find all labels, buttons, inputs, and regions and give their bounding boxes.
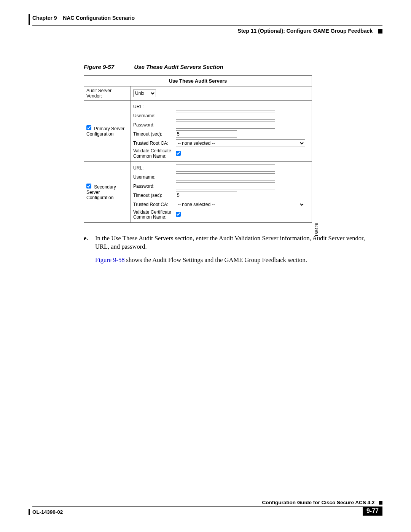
footer-square-icon	[379, 501, 382, 505]
primary-checkbox[interactable]	[86, 125, 91, 130]
body-text: e. In the Use These Audit Servers sectio…	[84, 234, 381, 264]
secondary-toggle[interactable]: Secondary Server Configuration	[86, 184, 116, 200]
figure-ref-link[interactable]: Figure 9-58	[95, 256, 124, 264]
primary-validate-checkbox[interactable]	[176, 151, 181, 156]
primary-label: Primary Server Configuration	[86, 126, 124, 137]
page-footer: Configuration Guide for Cisco Secure ACS…	[32, 500, 382, 517]
secondary-ca-select[interactable]: -- none selected --	[176, 201, 305, 208]
primary-ca-select[interactable]: -- none selected --	[176, 139, 305, 147]
vendor-select[interactable]: Unix	[133, 89, 156, 97]
figure-id-label: 158426	[315, 223, 319, 236]
primary-ca-label: Trusted Root CA:	[133, 141, 176, 146]
header-rule	[32, 25, 382, 26]
secondary-validate-checkbox[interactable]	[176, 212, 181, 217]
figure-number: Figure 9-57	[84, 64, 114, 70]
primary-row: Primary Server Configuration URL: Userna…	[84, 101, 312, 162]
primary-pass-label: Password:	[133, 122, 176, 128]
header-bar-icon	[29, 14, 30, 25]
item-e-text: In the Use These Audit Servers section, …	[95, 234, 381, 251]
vendor-label: Audit Server Vendor:	[84, 86, 131, 101]
primary-timeout-label: Timeout (sec):	[133, 131, 176, 137]
secondary-timeout-label: Timeout (sec):	[133, 193, 176, 198]
figure-caption: Figure 9-57 Use These Audit Servers Sect…	[84, 64, 382, 70]
primary-toggle[interactable]: Primary Server Configuration	[86, 126, 124, 137]
figure-ref-rest: shows the Audit Flow Settings and the GA…	[124, 256, 307, 264]
footer-docnum: OL-14390-02	[32, 509, 63, 515]
secondary-checkbox[interactable]	[86, 184, 91, 189]
footer-bar-icon	[29, 509, 30, 515]
secondary-user-input[interactable]	[176, 173, 275, 181]
section-title: Step 11 (Optional): Configure GAME Group…	[237, 28, 373, 34]
secondary-pass-input[interactable]	[176, 182, 275, 190]
primary-pass-input[interactable]	[176, 121, 275, 129]
footer-guide-title: Configuration Guide for Cisco Secure ACS…	[262, 500, 374, 505]
header-square-icon	[378, 29, 382, 34]
secondary-timeout-input[interactable]	[176, 192, 237, 199]
figure-panel: 158426 Use These Audit Servers Audit Ser…	[84, 75, 312, 223]
secondary-ca-label: Trusted Root CA:	[133, 202, 176, 207]
figure-title: Use These Audit Servers Section	[134, 64, 223, 70]
secondary-row: Secondary Server Configuration URL: User…	[84, 161, 312, 223]
vendor-row: Audit Server Vendor: Unix	[84, 86, 312, 101]
audit-servers-table: Use These Audit Servers Audit Server Ven…	[84, 75, 312, 223]
secondary-user-label: Username:	[133, 174, 176, 180]
secondary-validate-label: Validate Certificate Common Name:	[133, 210, 176, 220]
primary-user-input[interactable]	[176, 112, 275, 120]
list-marker-e: e.	[84, 234, 90, 264]
primary-url-label: URL:	[133, 104, 176, 109]
primary-timeout-input[interactable]	[176, 130, 237, 138]
secondary-url-input[interactable]	[176, 164, 275, 172]
page-header-left: Chapter 9 NAC Configuration Scenario	[32, 14, 382, 24]
chapter-title: Chapter 9 NAC Configuration Scenario	[32, 15, 135, 21]
primary-validate-label: Validate Certificate Common Name:	[133, 149, 176, 159]
secondary-url-label: URL:	[133, 165, 176, 171]
panel-title: Use These Audit Servers	[84, 76, 312, 86]
footer-rule	[32, 506, 382, 507]
secondary-pass-label: Password:	[133, 184, 176, 189]
page-number: 9-77	[363, 506, 382, 516]
page-header-right: Step 11 (Optional): Configure GAME Group…	[32, 28, 382, 34]
primary-user-label: Username:	[133, 113, 176, 118]
primary-url-input[interactable]	[176, 103, 275, 110]
